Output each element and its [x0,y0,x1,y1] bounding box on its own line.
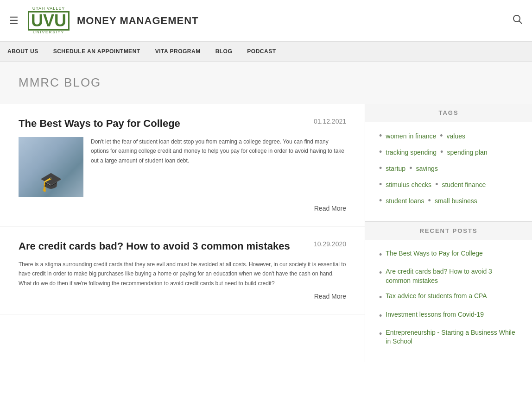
recent-posts-title: RECENT POSTS [365,222,532,240]
svg-line-1 [519,21,522,24]
tag-stimulus-checks[interactable]: stimulus checks [386,181,431,188]
tag-separator: • [428,196,431,206]
tags-title: TAGS [365,104,532,122]
tag-separator: • [440,131,443,141]
recent-post-link-2[interactable]: Are credit cards bad? How to avoid 3 com… [386,267,518,285]
recent-post-item: Are credit cards bad? How to avoid 3 com… [379,267,518,285]
tag-item: tracking spending • spending plan [379,147,518,157]
post-header: The Best Ways to Pay for College 01.12.2… [19,118,346,130]
logo-area: UTAH VALLEY UVU UNIVERSITY MONEY MANAGEM… [28,6,513,35]
tag-startup[interactable]: startup [386,165,405,172]
nav-blog[interactable]: BLOG [208,42,240,61]
recent-post-item: Entrepreneurship - Starting a Business W… [379,328,518,346]
nav-podcast[interactable]: PODCAST [240,42,283,61]
post-header: Are credit cards bad? How to avoid 3 com… [19,240,346,252]
post-image-placeholder [19,137,83,197]
tag-spending-plan[interactable]: spending plan [447,149,487,156]
tag-student-loans[interactable]: student loans [386,197,424,205]
tag-separator: • [409,163,412,173]
site-title: MONEY MANAGEMENT [77,15,199,27]
read-more-button[interactable]: Read More [314,205,346,212]
tag-item: startup • savings [379,163,518,173]
tag-small-business[interactable]: small business [435,197,477,205]
nav-bar: ABOUT US SCHEDULE AN APPOINTMENT VITA PR… [0,42,532,62]
main-layout: The Best Ways to Pay for College 01.12.2… [0,104,532,362]
recent-post-item: Tax advice for students from a CPA [379,292,518,303]
post-excerpt: Don't let the fear of student loan debt … [91,137,346,197]
nav-about-us[interactable]: ABOUT US [0,42,46,61]
post-item: Are credit cards bad? How to avoid 3 com… [0,226,365,314]
recent-post-link-5[interactable]: Entrepreneurship - Starting a Business W… [386,328,518,346]
tag-savings[interactable]: savings [416,165,437,172]
nav-schedule[interactable]: SCHEDULE AN APPOINTMENT [46,42,148,61]
sidebar: TAGS women in finance • values tracking … [365,104,532,362]
post-excerpt: There is a stigma surrounding credit car… [19,260,346,288]
tag-separator: • [435,180,438,189]
page-title: MMRC BLOG [19,75,513,90]
post-item: The Best Ways to Pay for College 01.12.2… [0,104,365,226]
tag-tracking-spending[interactable]: tracking spending [386,149,437,156]
tag-separator: • [440,147,443,157]
post-title: Are credit cards bad? How to avoid 3 com… [19,240,304,252]
post-body: Don't let the fear of student loan debt … [19,137,346,197]
tag-item: student loans • small business [379,196,518,206]
logo-box: UTAH VALLEY UVU UNIVERSITY [28,6,70,35]
tag-women-in-finance[interactable]: women in finance [386,132,436,140]
recent-post-link-1[interactable]: The Best Ways to Pay for College [386,249,483,258]
logo-university-text: UNIVERSITY [33,31,64,35]
read-more-button[interactable]: Read More [314,293,346,300]
logo-uvu-text: UVU [28,11,70,31]
tags-section: TAGS women in finance • values tracking … [365,104,532,221]
post-image [19,137,83,197]
tag-item: women in finance • values [379,131,518,141]
logo-utah-text: UTAH VALLEY [32,6,65,11]
tag-student-finance[interactable]: student finance [442,181,486,188]
recent-posts-list: The Best Ways to Pay for College Are cre… [379,249,518,346]
page-title-bar: MMRC BLOG [0,62,532,104]
tag-item: stimulus checks • student finance [379,180,518,189]
post-title: The Best Ways to Pay for College [19,118,304,130]
tag-values[interactable]: values [447,132,465,140]
posts-column: The Best Ways to Pay for College 01.12.2… [0,104,365,362]
hamburger-button[interactable]: ☰ [9,15,19,27]
tags-list: women in finance • values tracking spend… [379,131,518,206]
header: ☰ UTAH VALLEY UVU UNIVERSITY MONEY MANAG… [0,0,532,42]
recent-post-item: Investment lessons from Covid-19 [379,310,518,322]
post-date: 01.12.2021 [314,118,346,125]
read-more-container: Read More [19,293,346,300]
search-button[interactable] [513,14,523,27]
nav-vita[interactable]: VITA PROGRAM [148,42,208,61]
recent-section: RECENT POSTS The Best Ways to Pay for Co… [365,221,532,362]
recent-post-item: The Best Ways to Pay for College [379,249,518,261]
post-date: 10.29.2020 [314,240,346,248]
read-more-container: Read More [19,205,346,212]
recent-post-link-4[interactable]: Investment lessons from Covid-19 [386,310,484,319]
recent-post-link-3[interactable]: Tax advice for students from a CPA [386,292,487,301]
search-icon [513,14,523,25]
